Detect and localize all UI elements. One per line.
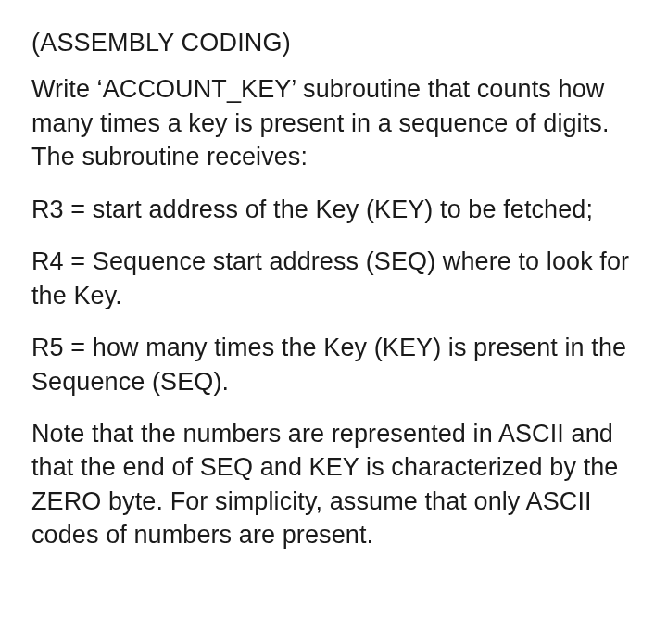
document-page: (ASSEMBLY CODING) Write ‘ACCOUNT_KEY’ su… [0, 0, 667, 578]
intro-paragraph: Write ‘ACCOUNT_KEY’ subroutine that coun… [31, 72, 636, 173]
register-r3-paragraph: R3 = start address of the Key (KEY) to b… [31, 193, 636, 226]
register-r5-paragraph: R5 = how many times the Key (KEY) is pre… [31, 331, 636, 398]
section-heading: (ASSEMBLY CODING) [31, 26, 636, 59]
note-paragraph: Note that the numbers are represented in… [31, 417, 636, 552]
register-r4-paragraph: R4 = Sequence start address (SEQ) where … [31, 245, 636, 312]
